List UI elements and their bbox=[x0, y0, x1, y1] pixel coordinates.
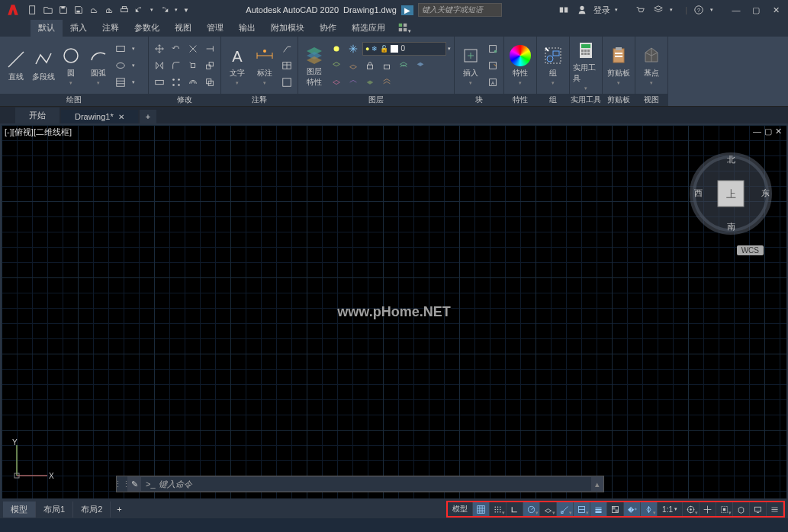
annotation-scale-icon[interactable] bbox=[641, 502, 658, 516]
layer-unlock-icon[interactable] bbox=[379, 58, 394, 73]
command-input[interactable]: >_ 键入命令 bbox=[141, 477, 591, 491]
layer-freeze-icon[interactable] bbox=[346, 41, 361, 56]
extend-icon[interactable] bbox=[202, 41, 217, 56]
polar-toggle-icon[interactable] bbox=[523, 502, 540, 516]
plot-icon[interactable] bbox=[117, 3, 131, 17]
hardware-accel-icon[interactable] bbox=[733, 502, 750, 516]
file-tab-start[interactable]: 开始 bbox=[15, 107, 60, 123]
help-search-input[interactable]: 键入关键字或短语 bbox=[418, 3, 502, 17]
tab-parametric[interactable]: 参数化 bbox=[127, 20, 167, 37]
maximize-button[interactable]: ▢ bbox=[747, 3, 765, 17]
redo-icon[interactable] bbox=[157, 3, 171, 17]
rectangle-icon[interactable] bbox=[113, 41, 128, 56]
dropdown-icon[interactable]: ▾ bbox=[172, 3, 180, 17]
login-link[interactable]: 登录 bbox=[593, 5, 610, 16]
command-grip-icon[interactable]: ⋮⋮ bbox=[117, 476, 127, 492]
tab-insert[interactable]: 插入 bbox=[63, 20, 95, 37]
copy-icon[interactable] bbox=[202, 75, 217, 90]
close-button[interactable]: ✕ bbox=[767, 3, 785, 17]
array-icon[interactable] bbox=[169, 75, 184, 90]
insert-block-button[interactable]: 插入▾ bbox=[458, 45, 484, 86]
layer-iso-icon[interactable] bbox=[329, 58, 344, 73]
qat-customize-icon[interactable]: ▼ bbox=[182, 3, 191, 17]
panel-title-modify[interactable]: 修改 bbox=[149, 94, 220, 106]
hatch-icon[interactable] bbox=[113, 75, 128, 90]
app-menu-button[interactable] bbox=[3, 1, 23, 19]
tab-default[interactable]: 默认 bbox=[31, 20, 63, 37]
panel-title-annotation[interactable]: 注释 bbox=[221, 94, 298, 106]
close-icon[interactable]: ✕ bbox=[118, 113, 124, 121]
block-edit-icon[interactable] bbox=[485, 58, 500, 73]
stretch-icon[interactable] bbox=[152, 75, 167, 90]
add-layout-button[interactable]: + bbox=[111, 502, 127, 516]
osnap-toggle-icon[interactable] bbox=[574, 502, 590, 516]
group-button[interactable]: 组▾ bbox=[540, 45, 566, 86]
transparency-toggle-icon[interactable] bbox=[607, 502, 624, 516]
layer-walk-icon[interactable] bbox=[346, 75, 361, 90]
block-attr-icon[interactable]: A bbox=[485, 75, 500, 90]
grid-toggle-icon[interactable] bbox=[473, 502, 490, 516]
tab-view[interactable]: 视图 bbox=[167, 20, 199, 37]
new-icon[interactable] bbox=[26, 3, 40, 17]
table-icon[interactable] bbox=[279, 58, 294, 73]
layout-tab-layout1[interactable]: 布局1 bbox=[36, 502, 73, 518]
trim-icon[interactable] bbox=[185, 41, 201, 56]
cloud-save-icon[interactable] bbox=[102, 3, 116, 17]
dropdown-icon[interactable]: ▾ bbox=[130, 41, 137, 56]
layer-lock-icon[interactable] bbox=[362, 58, 378, 73]
tab-manage[interactable]: 管理 bbox=[199, 20, 231, 37]
command-history-icon[interactable]: ▴ bbox=[591, 479, 603, 489]
move-icon[interactable] bbox=[152, 41, 167, 56]
app-store-icon[interactable] bbox=[651, 3, 665, 17]
layer-properties-button[interactable]: 图层 特性 bbox=[301, 43, 327, 88]
fillet-icon[interactable] bbox=[169, 58, 184, 73]
user-icon[interactable] bbox=[575, 3, 589, 17]
file-tab-drawing[interactable]: Drawing1*✕ bbox=[61, 110, 138, 123]
viewport-close-icon[interactable]: ✕ bbox=[775, 127, 782, 136]
save-icon[interactable] bbox=[56, 3, 70, 17]
tab-addins[interactable]: 附加模块 bbox=[263, 20, 312, 37]
tab-output[interactable]: 输出 bbox=[231, 20, 263, 37]
ortho-toggle-icon[interactable] bbox=[507, 502, 523, 516]
undo-icon[interactable] bbox=[133, 3, 146, 17]
layer-change-icon[interactable] bbox=[362, 75, 378, 90]
layout-tab-model[interactable]: 模型 bbox=[3, 502, 36, 518]
line-button[interactable]: 直线 bbox=[3, 49, 29, 82]
cloud-open-icon[interactable] bbox=[87, 3, 101, 17]
command-customize-icon[interactable]: ✎ bbox=[127, 479, 141, 489]
dropdown-icon[interactable]: ▾ bbox=[148, 3, 156, 17]
dropdown-icon[interactable]: ▾ bbox=[130, 75, 137, 90]
viewcube[interactable]: 北 南 东 西 上 bbox=[689, 152, 773, 236]
base-view-button[interactable]: 基点▾ bbox=[638, 45, 664, 86]
layer-off-icon[interactable] bbox=[329, 41, 344, 56]
tab-annotate[interactable]: 注释 bbox=[95, 20, 127, 37]
layer-state-icon[interactable] bbox=[329, 75, 344, 90]
layer-uniso-icon[interactable] bbox=[346, 58, 361, 73]
viewport-label[interactable]: [-][俯视][二维线框] bbox=[5, 127, 72, 138]
open-icon[interactable] bbox=[41, 3, 55, 17]
selection-cycling-icon[interactable]: �⁺ bbox=[624, 502, 641, 516]
scale-label[interactable]: 1:1▾ bbox=[658, 502, 683, 516]
leader-icon[interactable] bbox=[279, 41, 294, 56]
workspace-icon[interactable] bbox=[683, 502, 700, 516]
panel-title-view[interactable]: 视图 bbox=[635, 94, 667, 106]
utilities-button[interactable]: 实用工具▾ bbox=[573, 40, 599, 91]
rotate-icon[interactable] bbox=[169, 41, 184, 56]
saveas-icon[interactable] bbox=[72, 3, 85, 17]
minimize-button[interactable]: — bbox=[727, 3, 745, 17]
annotation-more-icon[interactable] bbox=[279, 75, 294, 90]
dimension-button[interactable]: 标注▾ bbox=[252, 45, 278, 86]
arc-button[interactable]: 圆弧▾ bbox=[85, 45, 111, 86]
scale-icon[interactable] bbox=[202, 58, 217, 73]
panel-title-utilities[interactable]: 实用工具 bbox=[570, 94, 602, 106]
clean-screen-icon[interactable] bbox=[750, 502, 767, 516]
block-create-icon[interactable] bbox=[485, 41, 500, 56]
infocenter-icon[interactable] bbox=[557, 3, 571, 17]
wcs-label[interactable]: WCS bbox=[737, 245, 764, 255]
layer-match-icon[interactable] bbox=[396, 58, 411, 73]
viewport-minimize-icon[interactable]: — bbox=[753, 127, 761, 136]
properties-button[interactable]: 特性▾ bbox=[507, 45, 533, 86]
tab-collaborate[interactable]: 协作 bbox=[312, 20, 344, 37]
panel-title-properties[interactable]: 特性 bbox=[504, 94, 536, 106]
annotation-monitor-icon[interactable] bbox=[700, 502, 716, 516]
